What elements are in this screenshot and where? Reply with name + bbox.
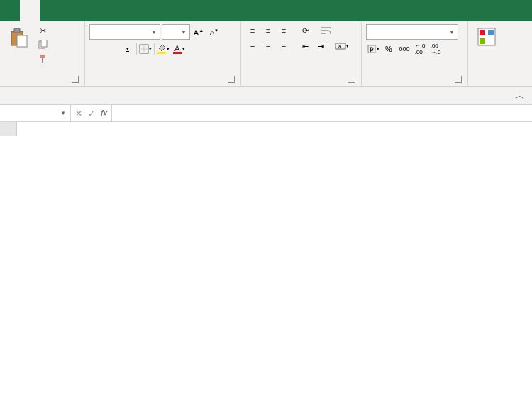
- borders-button[interactable]: ▾: [138, 43, 153, 55]
- paste-icon: [7, 26, 30, 48]
- copy-icon: [38, 40, 48, 50]
- group-label-clipboard: [4, 82, 80, 84]
- svg-rect-23: [480, 38, 485, 44]
- fx-icon[interactable]: fx: [101, 109, 107, 119]
- align-middle-icon: ≡: [266, 26, 270, 35]
- tab-file[interactable]: [0, 0, 20, 21]
- orientation-icon: ⟳: [302, 26, 309, 35]
- align-left-button[interactable]: ≡: [245, 40, 260, 53]
- group-label-alignment: [245, 82, 357, 84]
- decrease-indent-button[interactable]: ⇤: [298, 40, 312, 53]
- dec-decimal-icon: .00→.0: [431, 43, 441, 55]
- decrease-font-button[interactable]: A▼: [207, 26, 221, 38]
- underline-button[interactable]: ▾: [121, 43, 135, 55]
- fill-color-button[interactable]: ▾: [156, 43, 170, 55]
- formula-bar-row: ▼ ✕ ✓ fx: [0, 105, 532, 122]
- tab-data[interactable]: [99, 0, 119, 21]
- formula-input[interactable]: [112, 105, 532, 121]
- accept-formula-icon[interactable]: ✓: [88, 109, 95, 119]
- comma-icon: 000: [399, 45, 409, 53]
- tab-formulas[interactable]: [79, 0, 99, 21]
- spreadsheet-grid: [0, 122, 532, 136]
- clipboard-dialog-launcher[interactable]: [72, 76, 79, 83]
- group-number: ▼ ₽▾ % 000 ←.0.00 .00→.0: [362, 21, 468, 86]
- svg-rect-4: [41, 40, 47, 47]
- percent-button[interactable]: %: [382, 43, 396, 55]
- increase-indent-button[interactable]: ⇥: [314, 40, 328, 53]
- name-box[interactable]: ▼: [0, 105, 71, 121]
- ribbon-body: ✂ ▼ ▼ A▲ A▼ ▾ ▾ ▾ A▾: [0, 21, 532, 87]
- svg-text:₽: ₽: [370, 46, 374, 53]
- formula-buttons: ✕ ✓ fx: [71, 105, 112, 121]
- italic-button[interactable]: [105, 43, 119, 55]
- svg-rect-12: [173, 52, 182, 54]
- font-size-combo[interactable]: ▼: [162, 24, 190, 40]
- svg-rect-5: [40, 55, 45, 58]
- svg-rect-22: [488, 30, 494, 35]
- orientation-button[interactable]: ⟳: [298, 24, 312, 37]
- svg-text:A: A: [174, 44, 180, 53]
- svg-rect-6: [42, 58, 43, 63]
- paste-button[interactable]: [4, 24, 33, 51]
- ribbon-collapse-bar: ︿: [0, 87, 532, 105]
- align-middle-button[interactable]: ≡: [261, 24, 275, 37]
- alignment-dialog-launcher[interactable]: [348, 76, 355, 83]
- font-color-button[interactable]: A▾: [172, 43, 186, 55]
- tab-insert[interactable]: [40, 0, 60, 21]
- tab-home[interactable]: [20, 0, 40, 21]
- conditional-format-button[interactable]: [472, 24, 501, 60]
- outdent-icon: ⇤: [302, 42, 309, 51]
- wrap-text-button[interactable]: [319, 24, 333, 37]
- select-all-corner[interactable]: [0, 122, 17, 136]
- number-dialog-launcher[interactable]: [455, 76, 462, 83]
- cut-button[interactable]: ✂: [35, 24, 50, 37]
- svg-text:a: a: [338, 43, 342, 50]
- increase-decimal-button[interactable]: ←.0.00: [413, 43, 427, 55]
- align-top-icon: ≡: [250, 26, 255, 35]
- group-alignment: ≡ ≡ ≡ ⟳ ≡ ≡ ≡ ⇤ ⇥ a▾: [241, 21, 362, 86]
- wrap-icon: [321, 26, 332, 35]
- increase-font-button[interactable]: A▲: [192, 26, 206, 38]
- cancel-formula-icon[interactable]: ✕: [75, 109, 82, 119]
- align-bottom-icon: ≡: [282, 26, 286, 35]
- currency-button[interactable]: ₽▾: [366, 43, 380, 55]
- align-center-button[interactable]: ≡: [261, 40, 275, 53]
- align-right-button[interactable]: ≡: [277, 40, 291, 53]
- copy-button[interactable]: [35, 38, 50, 51]
- scissors-icon: ✂: [40, 26, 46, 35]
- currency-icon: ₽: [367, 44, 377, 54]
- bold-button[interactable]: [89, 43, 104, 55]
- column-headers: [17, 122, 532, 136]
- svg-rect-21: [480, 30, 485, 35]
- tab-review[interactable]: [119, 0, 139, 21]
- format-painter-button[interactable]: [35, 53, 50, 65]
- font-name-combo[interactable]: ▼: [89, 24, 160, 40]
- percent-icon: %: [385, 45, 392, 53]
- tab-page-layout[interactable]: [60, 0, 79, 21]
- group-styles: [468, 21, 525, 86]
- font-dialog-launcher[interactable]: [228, 76, 235, 83]
- group-clipboard: ✂: [0, 21, 85, 86]
- svg-rect-2: [17, 35, 27, 47]
- number-format-combo[interactable]: ▼: [366, 24, 458, 40]
- group-label-number: [366, 82, 463, 84]
- decrease-decimal-button[interactable]: .00→.0: [428, 43, 443, 55]
- bucket-icon: [157, 44, 167, 54]
- inc-decimal-icon: ←.0.00: [415, 43, 426, 55]
- tab-view[interactable]: [139, 0, 159, 21]
- align-bottom-button[interactable]: ≡: [277, 24, 291, 37]
- font-grow-icon: A▲: [194, 28, 204, 37]
- font-color-icon: A: [172, 44, 182, 54]
- svg-rect-1: [14, 28, 20, 33]
- brush-icon: [38, 54, 48, 64]
- comma-button[interactable]: 000: [397, 43, 411, 55]
- svg-rect-10: [157, 52, 166, 54]
- collapse-ribbon-chevron-icon[interactable]: ︿: [515, 89, 525, 102]
- conditional-format-icon: [475, 26, 498, 48]
- font-shrink-icon: A▼: [210, 28, 218, 36]
- merge-icon: a: [335, 41, 346, 51]
- align-center-icon: ≡: [266, 42, 270, 50]
- merge-button[interactable]: a▾: [335, 40, 349, 53]
- align-top-button[interactable]: ≡: [245, 24, 260, 37]
- group-font: ▼ ▼ A▲ A▼ ▾ ▾ ▾ A▾: [85, 21, 241, 86]
